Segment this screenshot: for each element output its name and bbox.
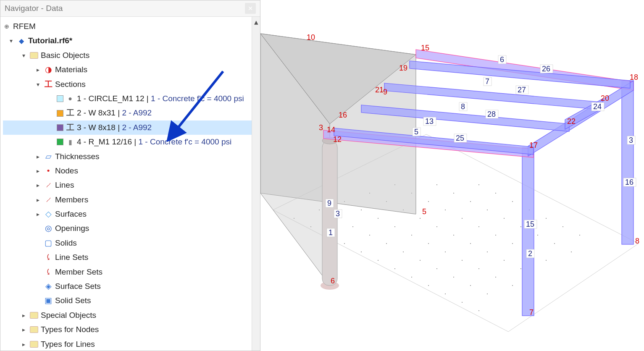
tree-scroll[interactable]: ▴ ⊕ RFEM ▾ Tutorial.rf6* ▾ Basic Objects: [0, 17, 260, 351]
caret-down-icon[interactable]: ▾: [34, 80, 42, 89]
close-icon[interactable]: ×: [245, 3, 256, 14]
svg-point-61: [520, 226, 521, 227]
model-canvas[interactable]: 1015192191631412182022175678626727824281…: [260, 0, 644, 351]
file-node[interactable]: ▾ Tutorial.rf6*: [3, 34, 258, 48]
svg-text:16: 16: [339, 111, 347, 119]
panel-header: Navigator - Data ×: [0, 0, 260, 17]
solidsets-label: Solid Sets: [55, 294, 91, 307]
caret-right-icon[interactable]: ▸: [20, 311, 27, 320]
svg-point-70: [563, 226, 563, 227]
scrollbar[interactable]: ▴: [252, 17, 260, 351]
caret-right-icon[interactable]: ▸: [34, 166, 42, 176]
linesets-node[interactable]: ▸Line Sets: [3, 250, 258, 265]
section-item-4[interactable]: 4 - R_M1 12/16 | 1 - Concrete f'c = 4000…: [3, 135, 258, 149]
surfaces-node[interactable]: ▸Surfaces: [3, 207, 258, 221]
caret-down-icon[interactable]: ▾: [20, 51, 27, 60]
special-objects-node[interactable]: ▸Special Objects: [3, 308, 258, 322]
svg-point-8: [394, 268, 395, 269]
openings-node[interactable]: ▸Openings: [3, 221, 258, 236]
caret-right-icon[interactable]: ▸: [34, 152, 42, 161]
nodes-node[interactable]: ▸Nodes: [3, 164, 258, 178]
member-icon: [44, 194, 53, 206]
membersets-label: Member Sets: [55, 266, 103, 278]
svg-text:8: 8: [461, 102, 465, 111]
basic-objects-node[interactable]: ▾ Basic Objects: [3, 48, 258, 63]
svg-text:3: 3: [336, 210, 340, 218]
svg-point-39: [420, 218, 421, 219]
svg-text:22: 22: [567, 117, 576, 126]
lines-node[interactable]: ▸Lines: [3, 178, 258, 192]
caret-right-icon[interactable]: ▸: [20, 340, 27, 349]
svg-text:24: 24: [593, 102, 602, 111]
svg-point-34: [495, 277, 496, 278]
caret-right-icon[interactable]: ▸: [34, 65, 42, 74]
svg-text:7: 7: [529, 308, 534, 317]
surfaceset-icon: [44, 280, 53, 293]
section-item-1[interactable]: 1 - CIRCLE_M1 12 | 1 - Concrete f'c = 40…: [3, 92, 258, 106]
caret-down-icon[interactable]: ▾: [7, 36, 15, 45]
thicknesses-node[interactable]: ▸Thicknesses: [3, 149, 258, 164]
caret-right-icon[interactable]: ▸: [20, 325, 27, 334]
solids-node[interactable]: ▸Solids: [3, 236, 258, 250]
basic-objects-label: Basic Objects: [41, 49, 89, 62]
svg-point-55: [546, 260, 547, 261]
surfacesets-node[interactable]: ▸Surface Sets: [3, 279, 258, 293]
svg-point-67: [512, 201, 513, 202]
svg-point-58: [470, 201, 471, 202]
section-swatch: [57, 110, 63, 117]
sections-node[interactable]: ▾ Sections: [3, 77, 258, 92]
svg-text:16: 16: [625, 178, 633, 186]
surfacesets-label: Surface Sets: [55, 280, 101, 293]
svg-point-57: [453, 193, 454, 194]
svg-point-12: [462, 302, 463, 303]
svg-text:2: 2: [528, 249, 532, 258]
caret-right-icon[interactable]: ▸: [34, 210, 42, 219]
svg-point-30: [428, 243, 429, 244]
svg-text:5: 5: [414, 128, 418, 136]
solidset-icon: [44, 294, 53, 307]
members-node[interactable]: ▸Members: [3, 193, 258, 207]
section-1-text: 1 - CIRCLE_M1 12 | 1 - Concrete f'c = 40…: [77, 92, 244, 105]
openings-label: Openings: [55, 222, 89, 235]
svg-text:21: 21: [375, 86, 384, 94]
svg-text:26: 26: [542, 65, 550, 73]
sections-label: Sections: [55, 78, 86, 91]
types-nodes-node[interactable]: ▸Types for Nodes: [3, 322, 258, 337]
section-swatch: [57, 95, 63, 102]
section-item-2[interactable]: 2 - W 8x31 | 2 - A992: [3, 106, 258, 120]
sections-icon: [44, 78, 53, 91]
svg-text:12: 12: [333, 135, 342, 144]
ibeam-icon: [66, 107, 74, 119]
svg-point-27: [378, 218, 379, 219]
svg-point-41: [453, 235, 454, 236]
svg-point-62: [537, 235, 538, 236]
svg-text:5: 5: [422, 207, 426, 216]
materials-node[interactable]: ▸ Materials: [3, 63, 258, 77]
caret-right-icon[interactable]: ▸: [34, 181, 42, 190]
section-item-3[interactable]: 3 - W 8x18 | 2 - A992: [3, 120, 258, 135]
svg-point-19: [403, 251, 404, 252]
section-swatch: [57, 124, 63, 131]
file-label: Tutorial.rf6*: [28, 34, 72, 47]
membersets-node[interactable]: ▸Member Sets: [3, 265, 258, 279]
svg-point-10: [428, 285, 429, 286]
svg-text:6: 6: [331, 277, 335, 285]
svg-point-21: [436, 268, 437, 269]
svg-point-65: [478, 184, 479, 185]
caret-right-icon[interactable]: ▸: [34, 195, 42, 204]
types-lines-node[interactable]: ▸Types for Lines: [3, 337, 258, 351]
root-node[interactable]: ⊕ RFEM: [3, 19, 258, 34]
svg-point-23: [470, 285, 471, 286]
3d-view[interactable]: 1015192191631412182022175678626727824281…: [260, 0, 644, 351]
lineset-icon: [44, 251, 53, 264]
svg-point-17: [369, 235, 370, 236]
svg-text:10: 10: [307, 33, 315, 42]
svg-text:9: 9: [383, 88, 387, 96]
scroll-up-icon[interactable]: ▴: [252, 18, 260, 26]
svg-text:6: 6: [500, 55, 504, 64]
svg-point-16: [352, 226, 353, 227]
svg-point-69: [546, 218, 547, 219]
svg-text:19: 19: [399, 64, 407, 72]
folder-icon: [30, 312, 38, 319]
solidsets-node[interactable]: ▸Solid Sets: [3, 293, 258, 308]
